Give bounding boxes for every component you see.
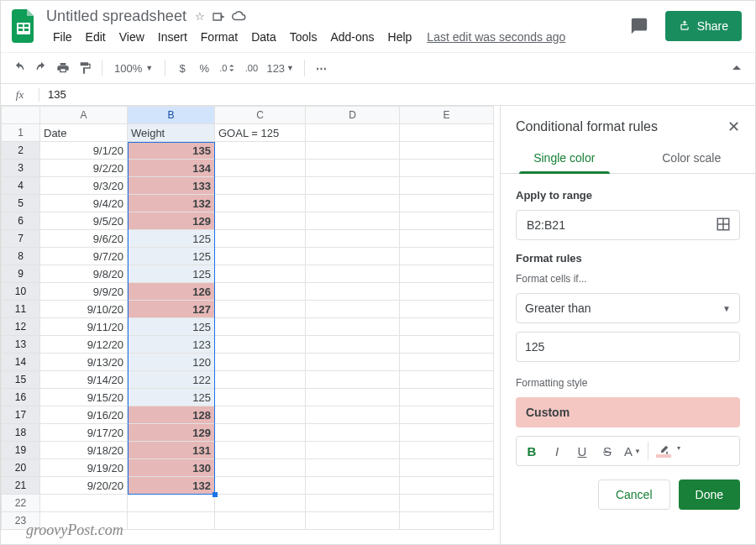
menu-file[interactable]: File [46,27,79,47]
cell-A19[interactable]: 9/18/20 [40,442,128,459]
col-header-A[interactable]: A [40,107,128,124]
select-all-corner[interactable] [2,107,40,124]
cell-A16[interactable]: 9/15/20 [40,389,128,406]
row-header-21[interactable]: 21 [2,477,40,495]
row-header-2[interactable]: 2 [2,142,40,160]
menu-data[interactable]: Data [244,27,283,47]
sheet-area[interactable]: ABCDE1DateWeightGOAL = 12529/1/2013539/2… [1,106,500,544]
cell-A11[interactable]: 9/10/20 [40,301,128,318]
cell-B20[interactable]: 130 [128,459,215,477]
cell-B17[interactable]: 128 [128,406,215,424]
tab-color-scale[interactable]: Color scale [628,141,756,173]
select-range-icon[interactable] [716,217,732,233]
cell-B3[interactable]: 134 [128,160,215,177]
row-header-7[interactable]: 7 [2,230,40,248]
row-header-8[interactable]: 8 [2,248,40,265]
cell-A17[interactable]: 9/16/20 [40,406,128,424]
cell-A10[interactable]: 9/9/20 [40,283,128,301]
menu-view[interactable]: View [113,27,151,47]
menu-help[interactable]: Help [381,27,419,47]
zoom-select[interactable]: 100%▼ [109,57,158,79]
italic-button[interactable]: I [545,439,569,463]
row-header-10[interactable]: 10 [2,283,40,301]
comments-button[interactable] [625,12,654,40]
cell-A8[interactable]: 9/7/20 [40,248,128,265]
cell-B19[interactable]: 131 [128,442,215,459]
cell-A9[interactable]: 9/8/20 [40,265,128,283]
menu-tools[interactable]: Tools [283,27,324,47]
cell-B5[interactable]: 132 [128,195,215,212]
cell-B8[interactable]: 125 [128,248,215,265]
cell-A2[interactable]: 9/1/20 [40,142,128,160]
move-icon[interactable] [212,10,225,24]
cell-A6[interactable]: 9/5/20 [40,212,128,230]
cell-A3[interactable]: 9/2/20 [40,160,128,177]
increase-decimal-button[interactable]: .00 [241,57,261,79]
row-header-13[interactable]: 13 [2,336,40,354]
format-percent-button[interactable]: % [194,57,214,79]
spreadsheet-grid[interactable]: ABCDE1DateWeightGOAL = 12529/1/2013539/2… [1,106,494,530]
cell-A14[interactable]: 9/13/20 [40,354,128,371]
cell-A4[interactable]: 9/3/20 [40,177,128,195]
cell-B21[interactable]: 132 [128,477,215,495]
cell-B14[interactable]: 120 [128,354,215,371]
menu-edit[interactable]: Edit [79,27,113,47]
bold-button[interactable]: B [520,439,543,463]
row-header-17[interactable]: 17 [2,406,40,424]
menu-addons[interactable]: Add-ons [323,27,381,47]
col-header-C[interactable]: C [215,107,306,124]
underline-button[interactable]: U [570,439,594,463]
row-header-5[interactable]: 5 [2,195,40,212]
cell-A13[interactable]: 9/12/20 [40,336,128,354]
decrease-decimal-button[interactable]: .0 [216,57,239,79]
range-input[interactable] [525,217,709,233]
doc-title[interactable]: Untitled spreadsheet [46,8,186,25]
collapse-toolbar-button[interactable] [727,57,747,79]
cell-B13[interactable]: 123 [128,336,215,354]
fill-color-button[interactable]: ▾ [652,439,675,463]
cell-A21[interactable]: 9/20/20 [40,477,128,495]
cell-B2[interactable]: 135 [128,142,215,160]
formula-input[interactable]: 135 [39,88,755,101]
tab-single-color[interactable]: Single color [501,141,628,173]
cell-B12[interactable]: 125 [128,318,215,336]
cell-B16[interactable]: 125 [128,389,215,406]
row-header-1[interactable]: 1 [2,124,40,142]
star-icon[interactable]: ☆ [195,10,205,24]
row-header-6[interactable]: 6 [2,212,40,230]
row-header-4[interactable]: 4 [2,177,40,195]
row-header-18[interactable]: 18 [2,424,40,442]
row-header-9[interactable]: 9 [2,265,40,283]
row-header-20[interactable]: 20 [2,459,40,477]
cell-B10[interactable]: 126 [128,283,215,301]
more-toolbar-button[interactable]: ⋯ [312,57,332,79]
cell-A7[interactable]: 9/6/20 [40,230,128,248]
range-field[interactable] [516,210,740,240]
format-currency-button[interactable]: $ [172,57,192,79]
number-format-select[interactable]: 123▼ [263,57,297,79]
cell-B15[interactable]: 122 [128,371,215,389]
text-color-button[interactable]: A▼ [621,439,644,463]
cloud-icon[interactable] [232,10,247,24]
redo-button[interactable] [31,57,51,79]
cell-A20[interactable]: 9/19/20 [40,459,128,477]
col-header-E[interactable]: E [400,107,494,124]
last-edit[interactable]: Last edit was seconds ago [427,30,565,44]
share-button[interactable]: Share [665,11,742,41]
cell-B4[interactable]: 133 [128,177,215,195]
row-header-3[interactable]: 3 [2,160,40,177]
cell-B9[interactable]: 125 [128,265,215,283]
row-header-14[interactable]: 14 [2,354,40,371]
cell-C1[interactable]: GOAL = 125 [215,124,306,142]
undo-button[interactable] [9,57,29,79]
strike-button[interactable]: S [596,439,619,463]
condition-value-input[interactable] [516,332,740,362]
cell-B18[interactable]: 129 [128,424,215,442]
cell-A5[interactable]: 9/4/20 [40,195,128,212]
row-header-12[interactable]: 12 [2,318,40,336]
close-icon[interactable]: ✕ [727,118,740,136]
cell-B7[interactable]: 125 [128,230,215,248]
row-header-22[interactable]: 22 [2,495,40,512]
menu-insert[interactable]: Insert [151,27,194,47]
row-header-16[interactable]: 16 [2,389,40,406]
